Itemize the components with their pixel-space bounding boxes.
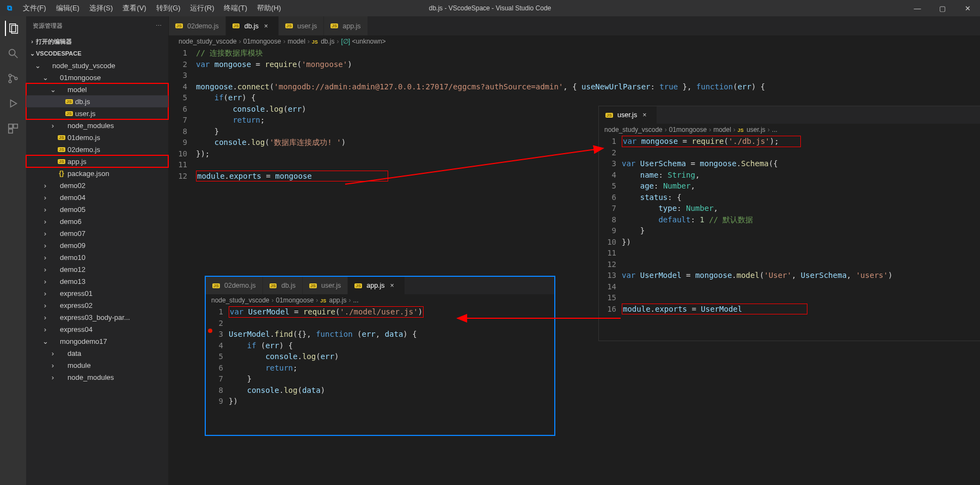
minimize-button[interactable]: — [905, 0, 930, 16]
code-line[interactable] [229, 318, 554, 329]
folder-item[interactable]: ›demo04 [26, 191, 168, 203]
open-editors-header[interactable]: ›打开的编辑器 [26, 35, 168, 47]
code-line[interactable]: // 连接数据库模块 [196, 47, 980, 59]
breadcrumb-app[interactable]: node_study_vscode › 01mongoose › JS app.… [206, 294, 554, 306]
code-line[interactable] [622, 292, 980, 304]
menu-item[interactable]: 帮助(H) [253, 1, 285, 15]
explorer-icon[interactable] [5, 21, 20, 36]
code-line[interactable]: if(err) { [196, 92, 980, 104]
folder-item[interactable]: ⌄node_study_vscode [26, 59, 168, 71]
code-line[interactable]: if (err) { [229, 340, 554, 351]
folder-item[interactable]: ⌄01mongoose [26, 71, 168, 83]
folder-item[interactable]: ›express02 [26, 299, 168, 311]
folder-item[interactable]: ›data [26, 347, 168, 359]
workspace-header[interactable]: ⌄VSCODESPACE [26, 47, 168, 59]
folder-item[interactable]: ›express01 [26, 287, 168, 299]
breadcrumb-segment[interactable]: JS db.js [312, 38, 335, 45]
close-icon[interactable]: × [390, 282, 398, 289]
code-line[interactable]: type: Number, [622, 203, 980, 214]
file-item[interactable]: JS02demo.js [26, 143, 168, 155]
menu-item[interactable]: 终端(T) [219, 1, 252, 15]
editor-tab[interactable]: JSuser.js [279, 16, 324, 35]
folder-item[interactable]: ›node_modules [26, 371, 168, 383]
file-item[interactable]: JS01demo.js [26, 131, 168, 143]
breakpoint-indicator[interactable] [208, 329, 212, 333]
breadcrumb-segment[interactable]: node_study_vscode [211, 296, 270, 304]
code-line[interactable] [622, 147, 980, 159]
file-item[interactable]: JSuser.js [26, 107, 168, 119]
breadcrumb-segment[interactable]: 01mongoose [243, 38, 281, 45]
folder-item[interactable]: ›node_modules [26, 119, 168, 131]
menu-item[interactable]: 选择(S) [85, 1, 117, 15]
breadcrumb-segment[interactable]: model [713, 126, 731, 134]
code-line[interactable]: console.log(err) [229, 351, 554, 362]
code-line[interactable]: var UserModel = mongoose.model('User', U… [622, 270, 980, 281]
code-line[interactable]: }) [229, 396, 554, 407]
menu-item[interactable]: 编辑(E) [52, 1, 84, 15]
breadcrumb-segment[interactable]: ... [772, 126, 777, 134]
editor-tab[interactable]: JSapp.js× [348, 277, 405, 294]
code-line[interactable] [196, 70, 980, 81]
folder-item[interactable]: ›module [26, 359, 168, 371]
file-item[interactable]: JSdb.js [26, 95, 168, 107]
code-line[interactable]: age: Number, [622, 180, 980, 192]
close-icon[interactable]: × [642, 111, 650, 119]
file-item[interactable]: {}package.json [26, 167, 168, 179]
editor-tab[interactable]: JS02demo.js [169, 16, 226, 35]
breadcrumb[interactable]: node_study_vscode › 01mongoose › model ›… [169, 35, 980, 47]
source-control-icon[interactable] [5, 71, 21, 86]
code-line[interactable]: status: { [622, 192, 980, 203]
code-line[interactable]: module.exports = UserModel [622, 304, 980, 315]
breadcrumb-segment[interactable]: JS user.js [738, 126, 765, 134]
code-line[interactable]: var UserSchema = mongoose.Schema({ [622, 158, 980, 169]
menu-item[interactable]: 运行(R) [186, 1, 218, 15]
breadcrumb-segment[interactable]: 01mongoose [669, 126, 707, 134]
code-editor-app[interactable]: 123456789 var UserModel = require('./mod… [206, 306, 554, 407]
extensions-icon[interactable] [5, 121, 21, 136]
close-icon[interactable]: × [264, 22, 272, 30]
editor-tab[interactable]: JSapp.js [324, 16, 367, 35]
editor-tab[interactable]: JSuser.js [303, 277, 348, 294]
code-line[interactable]: var mongoose = require('mongoose') [196, 59, 980, 70]
code-editor-user[interactable]: 12345678910111213141516 var mongoose = r… [599, 136, 980, 314]
folder-item[interactable]: ›demo07 [26, 227, 168, 239]
code-line[interactable]: } [622, 225, 980, 237]
folder-item[interactable]: ›demo12 [26, 263, 168, 275]
file-item[interactable]: JSapp.js [26, 155, 168, 167]
close-button[interactable]: ✕ [955, 0, 980, 16]
folder-item[interactable]: ›demo13 [26, 275, 168, 287]
folder-item[interactable]: ›demo05 [26, 203, 168, 215]
folder-item[interactable]: ›express04 [26, 323, 168, 335]
menu-item[interactable]: 查看(V) [118, 1, 150, 15]
code-line[interactable]: default: 1 // 默认数据 [622, 214, 980, 226]
breadcrumb-segment[interactable]: node_study_vscode [179, 38, 237, 45]
code-line[interactable]: var UserModel = require('./model/user.js… [229, 306, 554, 318]
editor-tab[interactable]: JSdb.js [263, 277, 303, 294]
folder-item[interactable]: ⌄mongodemo17 [26, 335, 168, 347]
code-line[interactable] [622, 281, 980, 293]
code-line[interactable]: return; [229, 362, 554, 374]
code-line[interactable]: }) [622, 237, 980, 248]
breadcrumb-segment[interactable]: model [287, 38, 305, 45]
code-line[interactable]: mongoose.connect('mongodb://admin:admin@… [196, 81, 980, 93]
code-line[interactable]: var mongoose = require('./db.js'); [622, 136, 980, 147]
folder-item[interactable]: ›demo10 [26, 251, 168, 263]
maximize-button[interactable]: ▢ [930, 0, 955, 16]
editor-tab[interactable]: JSdb.js× [226, 16, 279, 35]
code-line[interactable]: } [229, 373, 554, 385]
breadcrumb-user[interactable]: node_study_vscode › 01mongoose › model ›… [599, 124, 980, 136]
search-icon[interactable] [5, 46, 21, 61]
run-debug-icon[interactable] [5, 96, 21, 111]
folder-item[interactable]: ⌄model [26, 83, 168, 95]
code-line[interactable]: UserModel.find({}, function (err, data) … [229, 329, 554, 340]
more-icon[interactable]: ⋯ [156, 22, 162, 29]
menu-item[interactable]: 转到(G) [152, 1, 185, 15]
breadcrumb-segment[interactable]: ... [353, 296, 359, 304]
editor-tab[interactable]: JS02demo.js [206, 277, 263, 294]
folder-item[interactable]: ›demo09 [26, 239, 168, 251]
code-line[interactable] [622, 247, 980, 259]
menu-item[interactable]: 文件(F) [19, 1, 51, 15]
breadcrumb-segment[interactable]: [∅] <unknown> [341, 38, 386, 45]
code-line[interactable] [622, 259, 980, 270]
breadcrumb-segment[interactable]: JS app.js [320, 296, 346, 304]
